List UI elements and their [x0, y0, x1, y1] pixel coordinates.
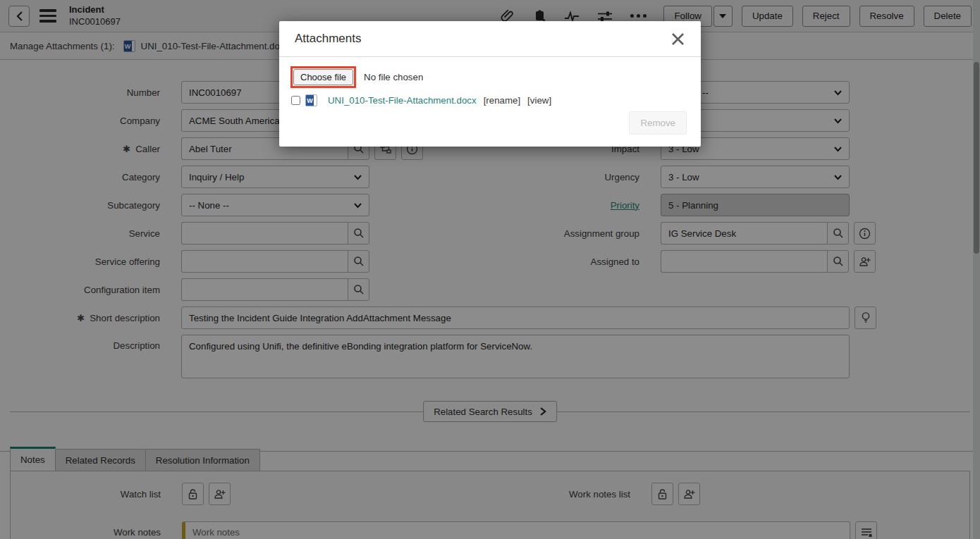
view-link[interactable]: [view] [527, 95, 551, 106]
no-file-chosen-text: No file chosen [364, 72, 423, 82]
modal-header: Attachments [279, 21, 701, 57]
file-upload-row: Choose file No file chosen [290, 66, 423, 88]
attachments-modal: Attachments Choose file No file chosen W… [279, 21, 701, 147]
remove-button[interactable]: Remove [629, 111, 687, 135]
attachment-file-link[interactable]: UNI_010-Test-File-Attachment.docx [328, 95, 477, 106]
word-file-icon: W [305, 94, 317, 106]
close-icon [670, 32, 685, 47]
rename-link[interactable]: [rename] [484, 95, 520, 106]
modal-body: Choose file No file chosen W UNI_010-Tes… [279, 57, 701, 146]
choose-file-highlight: Choose file [290, 66, 356, 88]
choose-file-button[interactable]: Choose file [293, 69, 353, 85]
modal-close-button[interactable] [670, 32, 685, 47]
attachment-checkbox[interactable] [291, 96, 300, 105]
attachment-list-item: W UNI_010-Test-File-Attachment.docx [ren… [291, 94, 551, 106]
modal-title: Attachments [295, 32, 362, 46]
